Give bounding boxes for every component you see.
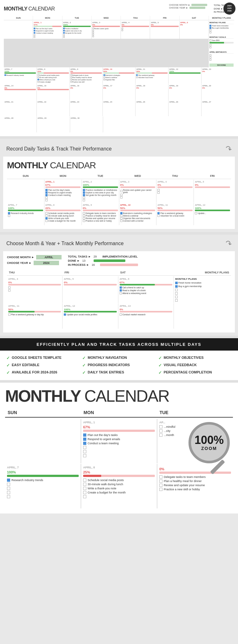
large-cal-cell-apr8: APRIL, 8 25% Schedule social media posts… (81, 464, 157, 508)
section-calendar-thumbnail: MONTHLY CALENDAR CHOOSE MONTH ► CHOOSE Y… (0, 0, 238, 136)
cal-cell-medium: APRIL, 8 20% Schedule social media posts… (44, 203, 82, 225)
section-calendar-medium: MONTHLY CALENDAR SUN MON TUE WED THU FRI… (3, 157, 235, 229)
section-performance: CHOOSE MONTH ► APRIL CHOOSE YEAR ► 2024 … (3, 251, 235, 332)
feature-label: EASY EDITABLE (12, 363, 39, 367)
done-count: 5/9 DONE (209, 64, 234, 67)
perf-cell: APRIL, 13 0% Conduct market research (118, 303, 174, 329)
check-icon: ✓ (82, 370, 86, 375)
cal-cell-medium: APRIL, 3 0% Review and update your caree… (119, 180, 156, 203)
feature-item: ✓ AVAILABLE FOR 2024-2026 (6, 370, 80, 375)
check-icon: ✓ (158, 363, 162, 368)
days-header-medium: SUN MON TUE WED THU FRI (7, 173, 231, 179)
large-cal-row1: APRIL, 1 67% Plan out the day's tasks Re… (5, 419, 233, 463)
day-sat: SAT (180, 16, 209, 20)
feature-label: GOOGLE SHEETS TEMPLATE (12, 356, 62, 359)
perf-cell: APRIL, 6 67% Call a friend to catch up R… (118, 276, 174, 303)
check-icon: ✓ (6, 356, 10, 360)
cal-title-large: MONTHLY CALENDAR (5, 388, 233, 404)
dark-banner-text: EFFICIENTLY PLAN AND TRACK TASKS ACROSS … (36, 342, 201, 347)
perf-plans-cell: MONTHLY PLANS Finish home renovation Buy… (174, 276, 231, 303)
separator-3 (0, 336, 238, 338)
zoom-label: ZOOM (201, 446, 217, 451)
feature-label: MONTHLY OBJECTIVES (164, 356, 204, 359)
side-panel-plans: MONTHLY PLANS Finish home renovation Buy… (209, 21, 234, 67)
perf-day-thu: THU (7, 270, 63, 275)
features-col3: ✓ MONTHLY OBJECTIVES ✓ VISUAL FEEDBACK ✓… (158, 356, 232, 375)
section-description-1: Record Daily Tasks & Track Their Perform… (0, 139, 238, 157)
cal-cell-medium: APRIL, 7 100% Research industry trends (7, 203, 44, 225)
cal-cell (4, 21, 33, 39)
cal-cell-medium (7, 180, 44, 203)
day-sun: SUN (4, 16, 33, 20)
monthly-plans-label: MONTHLY PLANS (209, 16, 234, 20)
check-icon: ✓ (82, 363, 86, 368)
year-badge: 2024 2025 2026 (223, 3, 235, 15)
cal-title-medium: MONTHLY CALENDAR (7, 160, 231, 171)
perf-month-label: CHOOSE MONTH ► (7, 256, 34, 259)
perf-cell: APRIL, 11 50% Plan a weekend getaway or … (7, 303, 62, 329)
section-description-2: Choose Month & Year + Track Monthly Perf… (0, 235, 238, 251)
cal-grid-medium-week1: APRIL, 1 67% Plan out the day's tasks Re… (7, 180, 231, 203)
month-bar (191, 4, 207, 6)
separator-2 (0, 232, 238, 235)
feature-label: AVAILABLE FOR 2024-2026 (12, 370, 57, 374)
feature-label: VISUAL FEEDBACK (164, 363, 197, 367)
large-cal-cell-apr7: APRIL, 7 100% Research industry trends (5, 464, 81, 508)
day-label-fri: FRI (194, 173, 231, 179)
section-features: ✓ GOOGLE SHEETS TEMPLATE ✓ EASY EDITABLE… (0, 351, 238, 380)
perf-plans-label: MONTHLY PLANS (174, 270, 231, 275)
perf-month-value: APRIL (36, 255, 62, 259)
cal-cell: APRIL, 4 0% (121, 21, 150, 39)
large-day-sun: SUN (5, 408, 81, 417)
features-col1: ✓ GOOGLE SHEETS TEMPLATE ✓ EASY EDITABLE… (6, 356, 80, 375)
feature-item: ✓ MONTHLY OBJECTIVES (158, 356, 232, 360)
cal-cell: APRIL, 6 0% (180, 21, 208, 39)
done-impl-bar (94, 259, 125, 262)
feature-label: PERCENTAGE COMPLETION (164, 370, 212, 374)
cal-cell-medium: APRIL, 2 100% Practice meditation or min… (82, 180, 119, 203)
separator-1 (0, 136, 238, 139)
check-icon: ✓ (6, 370, 10, 375)
large-cal-cell-apr1: APRIL, 1 67% Plan out the day's tasks Re… (81, 419, 157, 463)
curved-arrow-1: ↷ (224, 144, 233, 154)
large-day-mon: MON (81, 408, 157, 417)
feature-item: ✓ MONTHLY NAVIGATION (82, 356, 155, 360)
perf-grid-week1: APRIL, 4 0% APRIL, 5 0% APRIL, 6 67% Cal… (7, 276, 231, 303)
day-wed: WED (92, 16, 121, 20)
large-day-tue: TUE (157, 408, 233, 417)
large-cal-cell-empty (5, 419, 81, 463)
perf-top: CHOOSE MONTH ► APRIL CHOOSE YEAR ► 2024 … (7, 255, 231, 266)
check-icon: ✓ (6, 363, 10, 368)
cal-title-thumb: MONTHLY CALENDAR (4, 6, 55, 12)
perf-day-sat: SAT (118, 270, 174, 275)
feature-item: ✓ PERCENTAGE COMPLETION (158, 370, 232, 375)
features-col2: ✓ MONTHLY NAVIGATION ✓ PROGRESS INDICATO… (82, 356, 155, 375)
perf-cell: APRIL, 5 0% (63, 276, 118, 303)
cal-cell-medium: APRIL, 11 50% Plan a weekend getaway Vol… (156, 203, 194, 225)
separator-4 (0, 380, 238, 383)
perf-plans-cell-2 (174, 303, 231, 329)
feature-item: ✓ EASY EDITABLE (6, 363, 80, 368)
cal-cell-medium: APRIL, 12 100% Update... (194, 203, 231, 225)
description-text-1: Record Daily Tasks & Track Their Perform… (6, 146, 222, 152)
cal-row-5: APRIL, 28 APRIL, 29 APRIL, 30 (4, 117, 234, 132)
cal-cell: APRIL, 3 0% Review career goals (92, 21, 121, 39)
perf-year-value: 2024 (34, 261, 59, 265)
large-days-header: SUN MON TUE (5, 408, 233, 418)
magnifier-circle: 100% ZOOM (188, 422, 230, 463)
choose-month-label: CHOOSE MONTH ► (169, 4, 190, 6)
cal-row-1: APRIL, 1 67% Plan out the day's tasks Re… (4, 21, 234, 67)
cal-row-4: APRIL, 21 APRIL, 22 APRIL, 23 APRIL, 24 … (4, 100, 234, 116)
inprocess-impl-bar (100, 264, 138, 266)
choose-year-label: CHOOSE YEAR ► (169, 7, 188, 9)
day-tue: TUE (63, 16, 92, 20)
feature-item: ✓ DAILY TASK ENTRIES (82, 370, 155, 375)
day-label-thu: THU (156, 173, 194, 179)
check-icon: ✓ (82, 356, 86, 360)
cal-cell-medium: APRIL, 10 50% Brainstorm marketing strat… (119, 203, 156, 225)
features-grid: ✓ GOOGLE SHEETS TEMPLATE ✓ EASY EDITABLE… (6, 356, 232, 375)
feature-label: PROGRESS INDICATORS (88, 363, 130, 367)
cal-grid-medium-week2: APRIL, 7 100% Research industry trends A… (7, 203, 231, 225)
cal-row-2: APRIL, 7 100% Research industry trends A… (4, 68, 234, 84)
zoom-percent: 100% (195, 434, 224, 446)
